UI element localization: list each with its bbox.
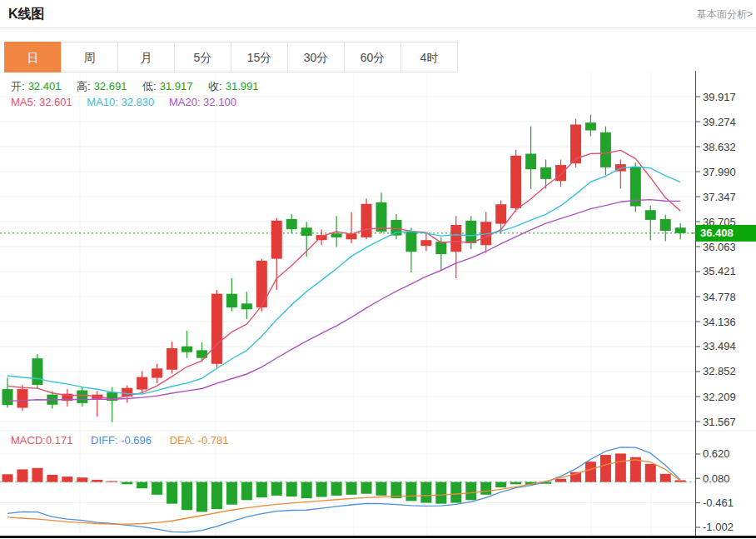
- svg-text:0.080: 0.080: [703, 472, 730, 485]
- close-value: 31.991: [226, 80, 259, 92]
- open-value: 32.401: [28, 80, 62, 92]
- svg-text:38.632: 38.632: [703, 141, 736, 153]
- tab-5min[interactable]: 5分: [174, 42, 231, 72]
- svg-text:39.274: 39.274: [703, 116, 736, 128]
- ma10-value: MA10: 32.830: [87, 96, 154, 108]
- svg-text:35.421: 35.421: [703, 265, 736, 277]
- low-label: 低:: [142, 80, 157, 92]
- macd-value: MACD:0.171: [11, 434, 72, 447]
- svg-text:37.347: 37.347: [703, 191, 736, 203]
- fundamental-analysis-link[interactable]: 基本面分析>: [697, 7, 753, 22]
- macd-row: MACD:0.171 DIFF: -0.696 DEA: -0.781: [11, 434, 231, 447]
- close-label: 收:: [208, 80, 222, 92]
- kline-app: K线图 基本面分析> 日 周 月 5分 15分 30分 60分 4时 39.91…: [0, 0, 756, 539]
- interval-tabs: 日 周 月 5分 15分 30分 60分 4时: [4, 42, 458, 72]
- svg-text:36.063: 36.063: [703, 241, 736, 253]
- open-label: 开:: [11, 80, 25, 92]
- svg-text:-1.002: -1.002: [703, 521, 734, 533]
- tab-4hour[interactable]: 4时: [400, 42, 458, 72]
- svg-text:36.408: 36.408: [700, 227, 734, 239]
- tab-month[interactable]: 月: [117, 42, 175, 72]
- high-label: 高:: [77, 80, 91, 92]
- dea-value: DEA: -0.781: [170, 434, 229, 447]
- page-title: K线图: [8, 6, 45, 23]
- tab-day[interactable]: 日: [4, 42, 62, 72]
- svg-text:-0.461: -0.461: [703, 497, 734, 509]
- ohlc-row: 开:32.401 高:32.691 低:31.917 收:31.991: [11, 79, 271, 94]
- ma5-value: MA5: 32.601: [11, 96, 72, 108]
- svg-text:32.209: 32.209: [703, 391, 736, 403]
- ma20-value: MA20: 32.100: [169, 96, 236, 108]
- low-value: 31.917: [160, 80, 193, 92]
- tab-15min[interactable]: 15分: [231, 42, 288, 72]
- ma-row: MA5: 32.601 MA10: 32.830 MA20: 32.100: [11, 96, 240, 108]
- tab-week[interactable]: 周: [61, 42, 118, 72]
- svg-text:34.778: 34.778: [703, 291, 736, 303]
- svg-text:33.494: 33.494: [703, 340, 736, 352]
- diff-value: DIFF: -0.696: [91, 434, 152, 447]
- svg-text:39.917: 39.917: [703, 91, 736, 103]
- tab-30min[interactable]: 30分: [287, 42, 345, 72]
- high-value: 32.691: [94, 80, 127, 92]
- svg-text:31.567: 31.567: [703, 416, 736, 428]
- svg-text:34.136: 34.136: [703, 316, 736, 328]
- svg-text:32.852: 32.852: [703, 365, 736, 377]
- tab-60min[interactable]: 60分: [344, 42, 401, 72]
- svg-text:0.620: 0.620: [703, 447, 730, 460]
- page-header: K线图 基本面分析>: [0, 0, 756, 28]
- svg-text:37.990: 37.990: [703, 166, 736, 178]
